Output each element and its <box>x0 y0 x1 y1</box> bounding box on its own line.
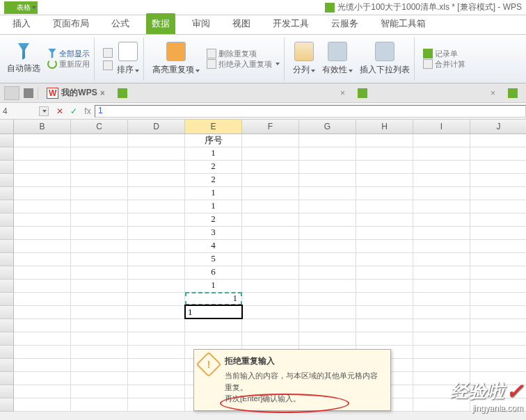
auto-filter-button[interactable]: 自动筛选 <box>7 43 40 74</box>
cell[interactable] <box>413 227 470 240</box>
col-header-j[interactable]: J <box>470 120 526 134</box>
tab-review[interactable]: 审阅 <box>186 13 216 34</box>
row-header[interactable] <box>0 319 14 332</box>
tab-page-layout[interactable]: 页面布局 <box>47 13 95 34</box>
cell[interactable] <box>470 134 526 147</box>
cell[interactable] <box>128 306 185 319</box>
close-tab-2-icon[interactable]: × <box>340 88 345 98</box>
cell[interactable] <box>413 134 470 147</box>
cell[interactable] <box>470 266 526 280</box>
cell[interactable] <box>356 266 413 280</box>
cell[interactable] <box>356 134 413 147</box>
cell[interactable] <box>413 240 470 253</box>
record-entry-button[interactable]: 记录单 <box>423 49 465 59</box>
cell[interactable] <box>299 187 356 200</box>
cell[interactable] <box>71 346 128 359</box>
cancel-edit-icon[interactable]: ✕ <box>53 106 67 116</box>
cell[interactable]: 2 <box>185 161 242 174</box>
cell[interactable] <box>71 161 128 174</box>
cell[interactable] <box>128 240 185 253</box>
validation-button[interactable]: 有效性 <box>322 42 353 76</box>
highlight-dup-button[interactable]: 高亮重复项 <box>152 42 200 76</box>
fx-button[interactable]: fx <box>81 106 95 116</box>
cell[interactable] <box>242 240 299 253</box>
cell[interactable] <box>299 213 356 227</box>
row-header[interactable] <box>0 293 14 306</box>
row-header[interactable] <box>0 280 14 293</box>
consolidate-button[interactable]: 合并计算 <box>423 59 465 70</box>
cell[interactable] <box>413 359 470 372</box>
cell[interactable] <box>71 319 128 332</box>
cell[interactable] <box>14 280 71 293</box>
name-box-caret[interactable] <box>39 106 49 116</box>
cell[interactable] <box>299 200 356 213</box>
row-header[interactable] <box>0 134 14 147</box>
reject-dup-button[interactable]: 拒绝录入重复项 <box>207 59 280 70</box>
tab-dev-tools[interactable]: 开发工具 <box>267 13 314 34</box>
cell[interactable] <box>14 227 71 240</box>
cell[interactable] <box>71 200 128 213</box>
cell[interactable] <box>242 293 299 306</box>
col-header-d[interactable]: D <box>128 120 185 134</box>
cell[interactable] <box>242 174 299 187</box>
cell[interactable] <box>128 398 185 412</box>
cell[interactable] <box>299 174 356 187</box>
cell[interactable] <box>299 306 356 319</box>
cell[interactable] <box>242 280 299 293</box>
cell[interactable] <box>470 306 526 319</box>
cell[interactable] <box>470 161 526 174</box>
cell[interactable] <box>128 147 185 161</box>
cell[interactable] <box>299 240 356 253</box>
cell[interactable] <box>71 134 128 147</box>
col-header-b[interactable]: B <box>14 120 71 134</box>
cell[interactable] <box>299 266 356 280</box>
cell[interactable] <box>356 200 413 213</box>
cell[interactable] <box>413 147 470 161</box>
formula-input[interactable]: 1 <box>95 105 526 118</box>
cell[interactable] <box>14 240 71 253</box>
close-tab-3-icon[interactable]: × <box>491 88 495 98</box>
cell[interactable] <box>242 161 299 174</box>
cell[interactable] <box>128 346 185 359</box>
cell[interactable] <box>413 266 470 280</box>
cell[interactable] <box>356 227 413 240</box>
cell[interactable] <box>128 134 185 147</box>
show-all-button[interactable]: 全部显示 <box>47 49 90 59</box>
cell[interactable] <box>14 359 71 372</box>
cell[interactable] <box>413 293 470 306</box>
cell[interactable] <box>128 161 185 174</box>
cell[interactable] <box>242 187 299 200</box>
cell[interactable] <box>14 134 71 147</box>
col-header-g[interactable]: G <box>299 120 356 134</box>
cell[interactable] <box>470 147 526 161</box>
cell[interactable] <box>242 306 299 319</box>
cell[interactable] <box>128 332 185 346</box>
row-header[interactable] <box>0 372 14 385</box>
cell[interactable] <box>356 306 413 319</box>
cell[interactable] <box>470 346 526 359</box>
row-header[interactable] <box>0 213 14 227</box>
cell[interactable]: 2 <box>185 174 242 187</box>
cell[interactable] <box>14 266 71 280</box>
cell[interactable] <box>356 240 413 253</box>
cell[interactable] <box>356 161 413 174</box>
cell[interactable] <box>128 372 185 385</box>
cell[interactable] <box>470 200 526 213</box>
name-box[interactable]: 4 <box>0 106 39 116</box>
cell[interactable] <box>413 213 470 227</box>
confirm-edit-icon[interactable]: ✓ <box>67 106 81 116</box>
cell[interactable] <box>128 213 185 227</box>
tab-data[interactable]: 数据 <box>146 13 175 34</box>
remove-dup-button[interactable]: 删除重复项 <box>207 49 280 59</box>
cell[interactable] <box>413 319 470 332</box>
cell[interactable] <box>356 319 413 332</box>
cell[interactable] <box>299 319 356 332</box>
cell[interactable] <box>185 332 242 346</box>
cell[interactable] <box>14 200 71 213</box>
cell[interactable] <box>470 359 526 372</box>
cell[interactable] <box>356 293 413 306</box>
cell[interactable] <box>185 319 242 332</box>
cell[interactable] <box>14 385 71 398</box>
cell[interactable] <box>14 319 71 332</box>
cell[interactable] <box>128 266 185 280</box>
